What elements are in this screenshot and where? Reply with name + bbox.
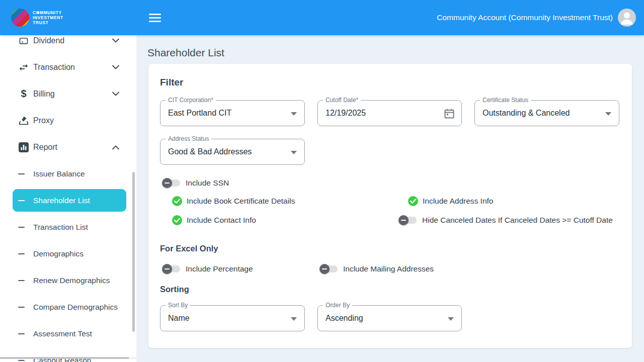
sidebar-item-label: Transaction List [33, 223, 88, 232]
sidebar-item-billing[interactable]: $ Billing [0, 80, 136, 107]
field-label: Cutoff Date* [323, 97, 361, 104]
sidebar-item-compare-demographics[interactable]: Compare Demographics [0, 294, 136, 320]
logo-dot [37, 12, 39, 14]
dropdown-arrow-icon [605, 112, 611, 116]
check-icon [174, 199, 180, 204]
dropdown-arrow-icon [291, 112, 297, 116]
field-value: Good & Bad Addresses [168, 147, 252, 156]
chevron-down-icon [112, 65, 119, 69]
option-label: Hide Canceled Dates If Canceled Dates >=… [422, 216, 613, 225]
field-label: Sort By [166, 302, 190, 309]
sidebar-item-assessment-test[interactable]: Assessment Test [0, 320, 136, 347]
main-content: Shareholder List Filter CIT Corporation*… [136, 35, 644, 362]
horizontal-scrollbar-thumb[interactable] [0, 357, 129, 359]
include-ssn-toggle[interactable] [162, 178, 181, 188]
sidebar-item-label: Billing [33, 89, 55, 99]
address-status-select[interactable]: Address Status Good & Bad Addresses [160, 139, 305, 165]
toggle-off-minus-icon [162, 264, 172, 274]
dash-icon [18, 333, 25, 334]
sidebar-item-label: Report [33, 143, 57, 152]
dash-icon [18, 173, 25, 174]
sidebar-vertical-scrollbar-thumb[interactable] [132, 172, 135, 332]
include-percentage-toggle[interactable] [162, 264, 181, 274]
logo-line3: TRUST [33, 20, 63, 25]
sidebar-item-transaction[interactable]: Transaction [0, 54, 136, 80]
sorting-heading: Sorting [160, 285, 189, 294]
dash-icon [18, 253, 25, 254]
field-label: Address Status [166, 135, 211, 142]
sidebar-item-label: Renew Demographics [33, 276, 110, 285]
filter-card: Filter CIT Corporation* East Portland CI… [148, 64, 632, 348]
field-label: CIT Corporation* [166, 97, 216, 104]
toggle-off-minus-icon [398, 215, 409, 225]
avatar[interactable] [618, 9, 636, 27]
sidebar-item-label: Shareholder List [33, 196, 90, 205]
field-value: Ascending [326, 314, 363, 323]
toggle-off-minus-icon [162, 178, 172, 188]
dropdown-arrow-icon [291, 317, 297, 321]
sidebar-item-cashout-reason[interactable]: Cashout Reason [0, 347, 136, 362]
sidebar-item-shareholder-list[interactable]: Shareholder List [0, 187, 136, 214]
hamburger-menu-icon[interactable] [149, 11, 163, 25]
sidebar-item-demographics[interactable]: Demographics [0, 240, 136, 267]
include-mailing-addresses-row: Include Mailing Addresses [319, 263, 434, 275]
dash-icon [18, 280, 25, 281]
brand-logo[interactable]: COMMUNITY INVESTMENT TRUST [11, 9, 63, 27]
sidebar-item-renew-demographics[interactable]: Renew Demographics [0, 267, 136, 294]
include-address-info-row: Include Address Info [408, 196, 493, 207]
filter-heading: Filter [160, 77, 183, 88]
include-ssn-row: Include SSN [162, 177, 229, 189]
sidebar-item-proxy[interactable]: Proxy [0, 107, 136, 134]
sidebar-item-transaction-list[interactable]: Transaction List [0, 214, 136, 240]
dash-icon [18, 307, 25, 308]
dropdown-arrow-icon [291, 151, 297, 154]
sidebar-item-label: Transaction [33, 63, 75, 72]
sort-by-select[interactable]: Sort By Name [160, 305, 305, 331]
order-by-select[interactable]: Order By Ascending [317, 305, 462, 331]
field-value: 12/19/2025 [326, 109, 366, 118]
check-icon [410, 199, 416, 204]
hide-canceled-dates-row: Hide Canceled Dates If Canceled Dates >=… [398, 215, 613, 226]
field-label: Order By [323, 302, 352, 309]
dash-icon [18, 200, 25, 201]
include-address-info-checkbox[interactable] [408, 196, 418, 206]
include-mailing-addresses-toggle[interactable] [319, 264, 339, 274]
certificate-status-select[interactable]: Certificate Status Outstanding & Cancele… [474, 100, 619, 126]
logo-line2: INVESTMENT [33, 15, 63, 20]
option-label: Include Book Certificate Details [187, 197, 295, 206]
person-icon [618, 9, 636, 27]
logo-circle-icon [11, 9, 29, 27]
proxy-vote-icon [18, 115, 29, 126]
dash-icon [18, 360, 25, 361]
option-label: Include Contact Info [187, 216, 256, 225]
sidebar-item-label: Issuer Balance [33, 169, 85, 178]
hide-canceled-dates-toggle[interactable] [398, 215, 418, 225]
option-label: Include Mailing Addresses [343, 264, 434, 274]
cutoff-date-field[interactable]: Cutoff Date* 12/19/2025 [317, 100, 462, 126]
sidebar-item-label: Demographics [33, 249, 84, 258]
transaction-icon [18, 62, 29, 73]
sidebar-item-dividend[interactable]: Dividend [0, 35, 136, 54]
dividend-icon [18, 35, 29, 46]
cit-corporation-select[interactable]: CIT Corporation* East Portland CIT [160, 100, 305, 126]
sidebar-item-label: Dividend [33, 36, 64, 45]
include-contact-info-checkbox[interactable] [172, 215, 182, 225]
sidebar-item-report[interactable]: Report [0, 134, 136, 160]
option-label: Include Percentage [186, 264, 253, 274]
option-label: Include SSN [186, 178, 229, 188]
sidebar-horizontal-scrollbar[interactable] [0, 357, 136, 359]
sidebar-item-issuer-balance[interactable]: Issuer Balance [0, 160, 136, 187]
include-book-certificate-checkbox[interactable] [172, 196, 182, 206]
calendar-icon[interactable] [443, 108, 455, 120]
chevron-down-icon [112, 38, 119, 43]
account-name-label[interactable]: Community Account (Community Investment … [437, 13, 613, 22]
field-value: East Portland CIT [168, 109, 231, 118]
app-header: COMMUNITY INVESTMENT TRUST Community Acc… [0, 0, 644, 35]
sidebar-item-label: Compare Demographics [33, 303, 118, 312]
chevron-up-icon [112, 145, 119, 149]
toggle-off-minus-icon [319, 264, 330, 274]
check-icon [174, 218, 180, 223]
chevron-down-icon [112, 92, 119, 96]
dropdown-arrow-icon [448, 317, 454, 321]
include-contact-info-row: Include Contact Info [172, 215, 256, 226]
